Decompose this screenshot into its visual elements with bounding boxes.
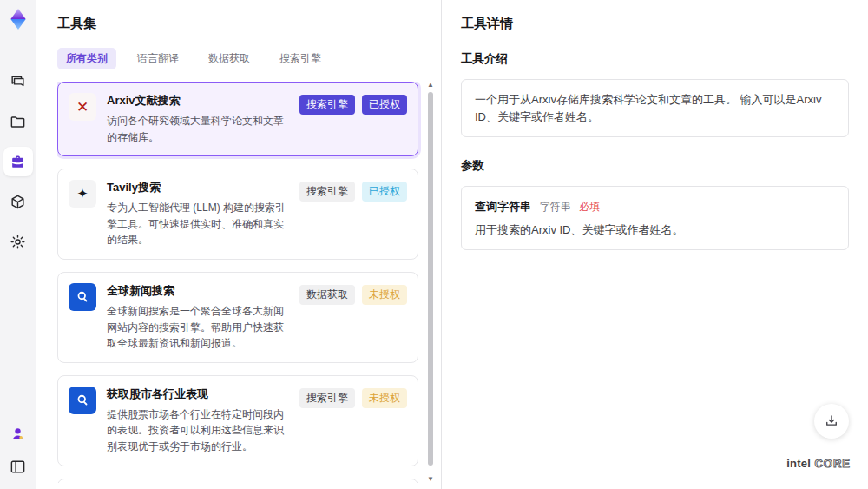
tool-card-active-stocks[interactable]: 获取市场最活跃股票信息 提供当天交易量最高的股票列表，投资者可以利用这些信息来识… <box>57 479 418 483</box>
cube-icon <box>10 194 26 210</box>
category-badge: 搜索引擎 <box>299 388 355 408</box>
param-type: 字符串 <box>540 201 571 213</box>
intro-box: 一个用于从Arxiv存储库搜索科学论文和文章的工具。 输入可以是Arxiv ID… <box>461 79 849 137</box>
page-title: 工具集 <box>57 16 441 32</box>
collapse-sidebar-button[interactable] <box>3 452 33 481</box>
tool-description: 提供股票市场各个行业在特定时间段内的表现。投资者可以利用这些信息来识别表现优于或… <box>107 406 289 455</box>
tab-data-fetch[interactable]: 数据获取 <box>200 48 259 69</box>
tool-card-global-news[interactable]: 全球新闻搜索 全球新闻搜索是一个聚合全球各大新闻网站内容的搜索引擎。帮助用户快速… <box>57 272 418 363</box>
tool-name: 全球新闻搜索 <box>107 283 289 299</box>
tool-name: Arxiv文献搜索 <box>107 93 289 109</box>
tool-description: 全球新闻搜索是一个聚合全球各大新闻网站内容的搜索引擎。帮助用户快速获取全球最新资… <box>107 303 289 352</box>
detail-title: 工具详情 <box>461 16 849 32</box>
param-name: 查询字符串 <box>475 200 531 213</box>
tool-description: 专为人工智能代理 (LLM) 构建的搜索引擎工具。可快速提供实时、准确和真实的结… <box>107 200 289 248</box>
scrollbar[interactable]: ▲ ▼ <box>427 82 434 483</box>
tool-card-arxiv[interactable]: ✕ Arxiv文献搜索 访问各个研究领域大量科学论文和文章的存储库。 搜索引擎 … <box>57 82 418 156</box>
category-badge: 数据获取 <box>299 285 355 305</box>
sidebar-item-files[interactable] <box>3 107 33 136</box>
tool-card-tavily[interactable]: ✦ Tavily搜索 专为人工智能代理 (LLM) 构建的搜索引擎工具。可快速提… <box>57 169 418 260</box>
tab-language-translation[interactable]: 语言翻译 <box>128 48 187 69</box>
tool-name: Tavily搜索 <box>107 180 289 195</box>
app-logo-icon <box>7 8 30 30</box>
intel-core-logo: intel CORE <box>786 456 851 470</box>
scrollbar-thumb[interactable] <box>428 92 433 466</box>
app-window: 工具集 所有类别 语言翻译 数据获取 搜索引擎 ✕ Arxiv文献搜索 访问各个… <box>0 0 868 489</box>
scroll-up-icon[interactable]: ▲ <box>427 82 434 89</box>
category-tabs: 所有类别 语言翻译 数据获取 搜索引擎 <box>57 48 441 69</box>
gear-icon <box>10 234 26 250</box>
brand-intel: intel <box>786 457 811 470</box>
news-search-icon <box>69 283 96 311</box>
sidebar-item-models[interactable] <box>3 187 33 216</box>
param-box: 查询字符串 字符串 必填 用于搜索的Arxiv ID、关键字或作者姓名。 <box>461 186 849 250</box>
param-description: 用于搜索的Arxiv ID、关键字或作者姓名。 <box>475 221 835 239</box>
download-icon <box>824 413 839 429</box>
arxiv-x-icon: ✕ <box>69 93 96 121</box>
toolbox-icon <box>10 154 26 170</box>
tool-description: 访问各个研究领域大量科学论文和文章的存储库。 <box>107 113 289 145</box>
tab-all-categories[interactable]: 所有类别 <box>57 48 116 69</box>
panel-toggle-icon <box>10 459 26 475</box>
scroll-down-icon[interactable]: ▼ <box>427 476 434 483</box>
tool-list-panel: 工具集 所有类别 语言翻译 数据获取 搜索引擎 ✕ Arxiv文献搜索 访问各个… <box>36 0 441 489</box>
sidebar-item-chat[interactable] <box>3 67 33 96</box>
left-sidebar <box>0 0 36 489</box>
sidebar-item-tools[interactable] <box>3 147 33 176</box>
tool-name: 获取股市各行业表现 <box>107 387 289 402</box>
category-badge: 搜索引擎 <box>299 182 355 202</box>
auth-status-badge: 已授权 <box>362 182 407 202</box>
params-heading: 参数 <box>461 158 849 174</box>
auth-status-badge: 未授权 <box>362 285 407 305</box>
folder-icon <box>10 114 26 130</box>
user-avatar[interactable] <box>3 419 33 448</box>
param-required-flag: 必填 <box>579 201 600 213</box>
avatar <box>10 426 26 442</box>
news-search-icon <box>69 387 96 414</box>
sidebar-item-settings[interactable] <box>3 227 33 256</box>
category-badge: 搜索引擎 <box>299 95 355 115</box>
brand-core: CORE <box>814 457 851 470</box>
tavily-star-icon: ✦ <box>69 180 96 208</box>
download-button[interactable] <box>814 404 849 439</box>
tool-detail-panel: 工具详情 工具介绍 一个用于从Arxiv存储库搜索科学论文和文章的工具。 输入可… <box>441 0 868 489</box>
auth-status-badge: 已授权 <box>362 95 407 115</box>
tool-list: ✕ Arxiv文献搜索 访问各个研究领域大量科学论文和文章的存储库。 搜索引擎 … <box>57 82 441 483</box>
tool-card-sector-performance[interactable]: 获取股市各行业表现 提供股票市场各个行业在特定时间段内的表现。投资者可以利用这些… <box>57 375 418 466</box>
intro-heading: 工具介绍 <box>461 51 849 67</box>
tab-search-engine[interactable]: 搜索引擎 <box>271 48 330 69</box>
chat-icon <box>10 74 26 90</box>
auth-status-badge: 未授权 <box>362 388 407 408</box>
